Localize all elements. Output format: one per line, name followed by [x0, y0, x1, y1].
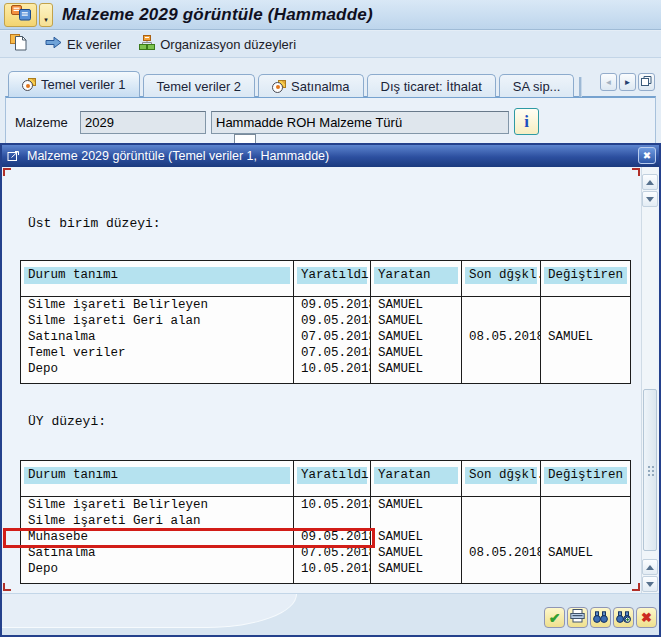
copy-button[interactable] [10, 34, 27, 54]
dialog-titlebar[interactable]: Malzeme 2029 görüntüle (Temel veriler 1,… [2, 145, 659, 167]
table-row: Depo10.05.2018SAMUEL [21, 561, 631, 577]
table-cell [541, 561, 631, 577]
tab-label: Temel veriler 2 [157, 79, 242, 94]
table-cell: SAMUEL [371, 561, 462, 577]
tab-overview-icon [641, 76, 652, 88]
section-heading: Üst birim düzeyi: [28, 216, 161, 231]
table-cell: Satınalma [21, 329, 294, 345]
table-cell [541, 313, 631, 329]
org-chart-icon [139, 35, 155, 53]
scroll-thumb[interactable] [643, 389, 657, 551]
table-cell: Silme işareti Belirleyen [21, 297, 294, 314]
sap-window: ▾ Malzeme 2029 görüntüle (Hammadde) Ek v… [0, 0, 661, 637]
find-next-button[interactable] [613, 607, 634, 628]
dialog-body: Üst birim düzeyi: Durum tanımıYaratıldıY… [2, 167, 659, 593]
radio-target-icon [22, 78, 36, 91]
annotation-red-box [3, 528, 375, 548]
next-tab-button[interactable]: ► [619, 73, 636, 91]
column-header: Durum tanımı [21, 461, 294, 497]
arrow-up-icon [646, 180, 654, 185]
scroll-up-button[interactable] [642, 174, 658, 190]
arrow-up-icon [646, 565, 654, 570]
column-header: Yaratıldı [294, 261, 371, 297]
table-cell: 08.05.2018 [462, 329, 541, 345]
dialog-footer: ✔ [2, 593, 659, 635]
table-cell: Depo [21, 561, 294, 577]
tab-overview-button[interactable] [638, 73, 655, 91]
table-cell: SAMUEL [371, 313, 462, 329]
tab-sat-nalma[interactable]: Satınalma [258, 74, 364, 97]
status-table-uy: Durum tanımıYaratıldıYaratanSon dğşkl.De… [20, 460, 631, 584]
column-header: Yaratan [371, 461, 462, 497]
arrow-right-icon [45, 36, 62, 52]
ek-veriler-label: Ek veriler [67, 37, 121, 52]
malzeme-input[interactable] [80, 111, 206, 134]
table-cell: Temel veriler [21, 345, 294, 361]
find-next-icon [616, 609, 631, 627]
table-cell: Silme işareti Belirleyen [21, 497, 294, 514]
info-icon: i [524, 112, 529, 132]
tab-temel-veriler-2[interactable]: Temel veriler 2 [143, 74, 256, 97]
find-button[interactable] [590, 607, 611, 628]
tab-d-ticaret-i-thalat[interactable]: Dış ticaret: İthalat [367, 74, 496, 97]
next-tab-icon: ► [624, 78, 632, 87]
table-cell: 07.05.2018 [294, 345, 371, 361]
column-header: Durum tanımı [21, 261, 294, 297]
table-cell [462, 345, 541, 361]
table-cell: SAMUEL [371, 329, 462, 345]
scrollbar[interactable] [641, 167, 657, 593]
system-menu-dropdown-button[interactable]: ▾ [39, 3, 53, 27]
dialog-close-button[interactable]: ✖ [638, 147, 656, 164]
app-titlebar[interactable]: ▾ Malzeme 2029 görüntüle (Hammadde) [0, 0, 661, 30]
print-button[interactable] [567, 607, 588, 628]
scroll-down-button[interactable] [642, 191, 658, 207]
table-row: Depo10.05.2018SAMUEL [21, 361, 631, 377]
cancel-button[interactable]: ✖ [636, 607, 657, 628]
ek-veriler-button[interactable]: Ek veriler [45, 36, 121, 52]
table-cell [462, 497, 541, 514]
status-dialog: Malzeme 2029 görüntüle (Temel veriler 1,… [0, 143, 661, 637]
close-icon: ✖ [643, 150, 651, 161]
corner-mark-bottom-right [632, 583, 640, 591]
table-cell [294, 513, 371, 529]
table-cell [462, 297, 541, 314]
table-cell [462, 561, 541, 577]
table-cell: 10.05.2018 [294, 561, 371, 577]
continue-button[interactable]: ✔ [544, 607, 565, 628]
table-spacer-row [21, 377, 631, 383]
tab-label: Satınalma [291, 79, 350, 94]
tab-nav: ◄ ► [600, 73, 655, 91]
table-cell [541, 513, 631, 529]
column-header: Son dğşkl. [462, 261, 541, 297]
table-cell [541, 361, 631, 377]
arrow-down-icon [646, 197, 654, 202]
arrow-down-icon [646, 582, 654, 587]
malzeme-label: Malzeme [15, 115, 68, 130]
tab-sa-sip[interactable]: SA sip... [499, 74, 575, 97]
table-cell: Silme işareti Geri alan [21, 313, 294, 329]
tab-label: SA sip... [513, 79, 561, 94]
info-button[interactable]: i [514, 108, 539, 135]
table-cell: SAMUEL [371, 345, 462, 361]
malzeme-description-input[interactable] [211, 111, 509, 134]
table-cell [541, 529, 631, 545]
organizasyon-duzeyleri-button[interactable]: Organizasyon düzeyleri [139, 35, 296, 53]
system-menu-button[interactable] [4, 3, 37, 27]
section-heading: ÜY düzeyi: [28, 414, 106, 429]
scroll-up-button-bottom[interactable] [642, 559, 658, 575]
dialog-icon [7, 150, 21, 162]
table-cell: 07.05.2018 [294, 329, 371, 345]
tab-temel-veriler-1[interactable]: Temel veriler 1 [8, 71, 140, 97]
prev-tab-button[interactable]: ◄ [600, 73, 617, 91]
table-row: Silme işareti Geri alan [21, 513, 631, 529]
scroll-grip-icon [648, 466, 650, 468]
table-cell: 09.05.2018 [294, 297, 371, 314]
status-table-ust-birim: Durum tanımıYaratıldıYaratanSon dğşkl.De… [20, 260, 631, 384]
radio-target-icon [272, 80, 286, 93]
table-cell [371, 513, 462, 529]
scroll-down-button-bottom[interactable] [642, 576, 658, 592]
table-cell: Depo [21, 361, 294, 377]
column-header: Yaratan [371, 261, 462, 297]
table-cell [541, 497, 631, 514]
table-row: Silme işareti Geri alan09.05.2018SAMUEL [21, 313, 631, 329]
